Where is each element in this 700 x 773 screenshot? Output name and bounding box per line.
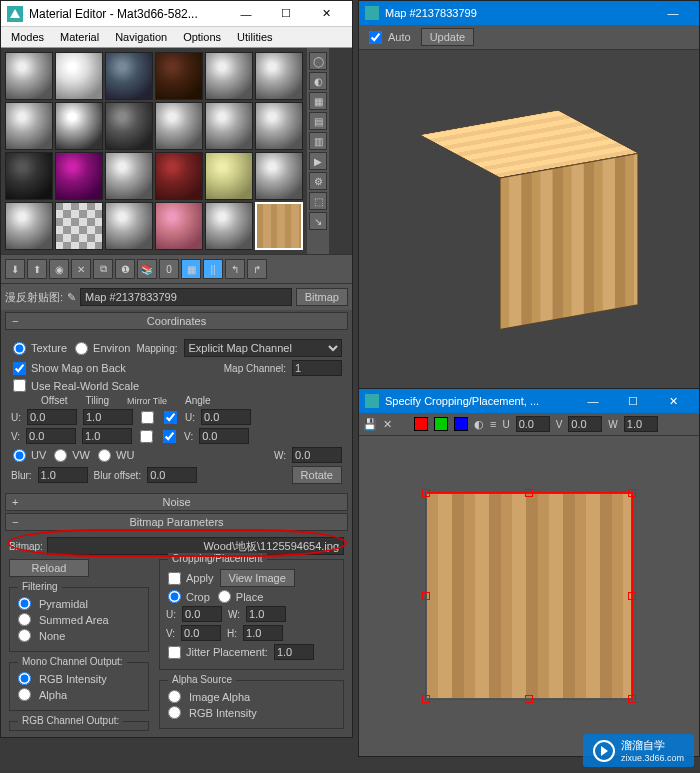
sample-type-icon[interactable]: ◯ bbox=[309, 52, 327, 70]
put-to-scene-icon[interactable]: ⬆ bbox=[27, 259, 47, 279]
reset-icon[interactable]: ✕ bbox=[71, 259, 91, 279]
show-end-result-icon[interactable]: || bbox=[203, 259, 223, 279]
material-swatch[interactable] bbox=[255, 52, 303, 100]
crop-v-field[interactable] bbox=[568, 416, 602, 432]
u-tile-checkbox[interactable] bbox=[164, 411, 177, 424]
filtering-pyramidal-radio[interactable]: Pyramidal bbox=[16, 597, 142, 610]
v-offset-spinner[interactable] bbox=[26, 428, 76, 444]
v-angle-spinner[interactable] bbox=[199, 428, 249, 444]
map-preview-titlebar[interactable]: Map #2137833799 — bbox=[359, 1, 699, 25]
crop-handle[interactable] bbox=[422, 695, 430, 703]
crop-u-field[interactable] bbox=[516, 416, 550, 432]
material-swatch[interactable] bbox=[55, 202, 103, 250]
noise-rollout[interactable]: +Noise bbox=[5, 493, 348, 511]
view-image-button[interactable]: View Image bbox=[220, 569, 295, 587]
crop-handle[interactable] bbox=[525, 489, 533, 497]
put-to-lib-icon[interactable]: 📚 bbox=[137, 259, 157, 279]
get-material-icon[interactable]: ⬇ bbox=[5, 259, 25, 279]
reload-button[interactable]: Reload bbox=[9, 559, 89, 577]
cropping-titlebar[interactable]: Specify Cropping/Placement, ... — ☐ ✕ bbox=[359, 389, 699, 413]
red-channel-button[interactable] bbox=[414, 417, 428, 431]
material-swatch[interactable] bbox=[5, 52, 53, 100]
uv-radio[interactable]: UV bbox=[11, 449, 46, 462]
auto-checkbox[interactable]: Auto bbox=[367, 31, 411, 44]
eyedropper-icon[interactable]: ✎ bbox=[67, 291, 76, 304]
options-icon[interactable]: ⚙ bbox=[309, 172, 327, 190]
crop-handle[interactable] bbox=[628, 489, 636, 497]
mono-button[interactable]: ≡ bbox=[490, 418, 496, 430]
map-type-button[interactable]: Bitmap bbox=[296, 288, 348, 306]
menu-options[interactable]: Options bbox=[183, 31, 221, 43]
material-map-nav-icon[interactable]: ↘ bbox=[309, 212, 327, 230]
minimize-button[interactable]: — bbox=[573, 395, 613, 407]
filtering-none-radio[interactable]: None bbox=[16, 629, 142, 642]
save-icon[interactable]: 💾 bbox=[363, 418, 377, 431]
crop-radio[interactable]: Crop bbox=[166, 590, 210, 603]
update-button[interactable]: Update bbox=[421, 28, 474, 46]
go-forward-icon[interactable]: ↱ bbox=[247, 259, 267, 279]
menu-utilities[interactable]: Utilities bbox=[237, 31, 272, 43]
material-swatch[interactable] bbox=[105, 152, 153, 200]
map-channel-spinner[interactable] bbox=[292, 360, 342, 376]
wu-radio[interactable]: WU bbox=[96, 449, 134, 462]
material-swatch[interactable] bbox=[205, 102, 253, 150]
blur-spinner[interactable] bbox=[38, 467, 88, 483]
go-parent-icon[interactable]: ↰ bbox=[225, 259, 245, 279]
show-map-on-back-checkbox[interactable]: Show Map on Back bbox=[11, 362, 126, 375]
material-swatch[interactable] bbox=[205, 152, 253, 200]
assign-icon[interactable]: ◉ bbox=[49, 259, 69, 279]
copy-icon[interactable]: ⧉ bbox=[93, 259, 113, 279]
material-swatch[interactable] bbox=[5, 102, 53, 150]
real-world-checkbox[interactable]: Use Real-World Scale bbox=[11, 379, 139, 392]
menu-material[interactable]: Material bbox=[60, 31, 99, 43]
minimize-button[interactable]: — bbox=[226, 8, 266, 20]
material-swatch[interactable] bbox=[55, 102, 103, 150]
texture-radio[interactable]: Texture bbox=[11, 342, 67, 355]
crop-image[interactable] bbox=[427, 494, 631, 698]
material-swatch[interactable] bbox=[255, 102, 303, 150]
crop-w-field[interactable] bbox=[624, 416, 658, 432]
crop-handle[interactable] bbox=[525, 695, 533, 703]
jitter-spinner[interactable] bbox=[274, 644, 314, 660]
background-icon[interactable]: ▦ bbox=[309, 92, 327, 110]
material-swatch[interactable] bbox=[105, 202, 153, 250]
maximize-button[interactable]: ☐ bbox=[613, 395, 653, 408]
select-by-material-icon[interactable]: ⬚ bbox=[309, 192, 327, 210]
blur-offset-spinner[interactable] bbox=[147, 467, 197, 483]
mono-alpha-radio[interactable]: Alpha bbox=[16, 688, 142, 701]
make-preview-icon[interactable]: ▶ bbox=[309, 152, 327, 170]
crop-handle[interactable] bbox=[628, 695, 636, 703]
crop-rectangle[interactable] bbox=[425, 492, 633, 700]
material-swatch[interactable] bbox=[105, 102, 153, 150]
sample-uv-icon[interactable]: ▤ bbox=[309, 112, 327, 130]
make-unique-icon[interactable]: ❶ bbox=[115, 259, 135, 279]
crop-w-spinner[interactable] bbox=[246, 606, 286, 622]
clear-icon[interactable]: ✕ bbox=[383, 418, 392, 431]
show-map-icon[interactable]: ▦ bbox=[181, 259, 201, 279]
crop-handle[interactable] bbox=[422, 489, 430, 497]
minimize-button[interactable]: — bbox=[653, 7, 693, 19]
material-swatch[interactable] bbox=[205, 202, 253, 250]
material-swatch[interactable] bbox=[255, 152, 303, 200]
mapping-select[interactable]: Explicit Map Channel bbox=[184, 339, 342, 357]
material-swatch[interactable] bbox=[105, 52, 153, 100]
environ-radio[interactable]: Environ bbox=[73, 342, 130, 355]
crop-handle[interactable] bbox=[422, 592, 430, 600]
w-angle-spinner[interactable] bbox=[292, 447, 342, 463]
alpha-channel-button[interactable]: ◐ bbox=[474, 418, 484, 431]
material-swatch[interactable] bbox=[155, 202, 203, 250]
crop-v-spinner[interactable] bbox=[181, 625, 221, 641]
material-swatch[interactable] bbox=[5, 202, 53, 250]
maximize-button[interactable]: ☐ bbox=[266, 7, 306, 20]
material-swatch[interactable] bbox=[155, 52, 203, 100]
material-swatch[interactable] bbox=[5, 152, 53, 200]
crop-h-spinner[interactable] bbox=[243, 625, 283, 641]
close-button[interactable]: ✕ bbox=[306, 7, 346, 20]
vw-radio[interactable]: VW bbox=[52, 449, 90, 462]
close-button[interactable]: ✕ bbox=[653, 395, 693, 408]
v-tile-checkbox[interactable] bbox=[163, 430, 176, 443]
u-angle-spinner[interactable] bbox=[201, 409, 251, 425]
v-tiling-spinner[interactable] bbox=[82, 428, 132, 444]
blue-channel-button[interactable] bbox=[454, 417, 468, 431]
jitter-checkbox[interactable]: Jitter Placement: bbox=[166, 646, 268, 659]
